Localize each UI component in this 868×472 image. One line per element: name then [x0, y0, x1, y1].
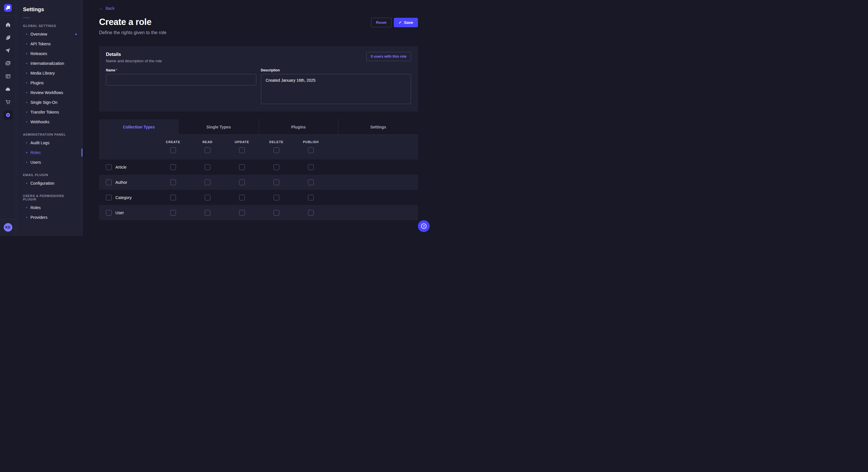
- sidebar-item-webhooks[interactable]: Webhooks: [16, 117, 82, 127]
- user-publish-checkbox[interactable]: [308, 210, 314, 216]
- select-all-delete-checkbox[interactable]: [274, 147, 279, 153]
- sidebar-item-overview[interactable]: Overview: [16, 29, 82, 39]
- sidebar-item-label: Roles: [30, 150, 41, 155]
- required-asterisk: *: [116, 68, 117, 72]
- article-read-checkbox[interactable]: [205, 164, 210, 170]
- author-create-checkbox[interactable]: [170, 179, 176, 185]
- select-all-read-checkbox[interactable]: [205, 147, 210, 153]
- select-all-update-checkbox[interactable]: [239, 147, 245, 153]
- sidebar-item-api-tokens[interactable]: API Tokens: [16, 39, 82, 49]
- sidebar-item-label: Webhooks: [30, 120, 50, 124]
- sidebar-images-button[interactable]: [3, 59, 12, 68]
- sidebar-item-review-workflows[interactable]: Review Workflows: [16, 88, 82, 98]
- user-row-checkbox[interactable]: [106, 210, 112, 216]
- article-row-checkbox[interactable]: [106, 164, 112, 170]
- author-read-checkbox[interactable]: [205, 179, 210, 185]
- bullet-icon: [26, 34, 27, 35]
- select-all-publish-checkbox[interactable]: [308, 147, 314, 153]
- category-row-checkbox[interactable]: [106, 195, 112, 200]
- tab-plugins[interactable]: Plugins: [259, 119, 338, 135]
- sidebar-item-label: Plugins: [30, 80, 43, 85]
- permission-cell: [259, 210, 293, 216]
- sidebar-item-media-library[interactable]: Media Library: [16, 68, 82, 78]
- nav-section-items: OverviewAPI TokensReleasesInternationali…: [16, 29, 82, 127]
- tab-single-types[interactable]: Single Types: [179, 119, 259, 135]
- permissions-header-name-cell: [99, 135, 156, 160]
- sidebar-item-roles[interactable]: Roles: [16, 148, 82, 158]
- description-input[interactable]: Created January 16th, 2025: [261, 74, 411, 104]
- column-label: READ: [203, 140, 212, 144]
- page-title: Create a role: [99, 17, 166, 27]
- sidebar-home-button[interactable]: [3, 20, 12, 29]
- permissions-header-update: UPDATE: [225, 135, 259, 160]
- permission-cell: [259, 164, 293, 170]
- author-delete-checkbox[interactable]: [274, 179, 279, 185]
- permission-cell: [293, 195, 328, 200]
- nav-section-title: GLOBAL SETTINGS: [16, 24, 82, 28]
- sidebar-divider: [0, 15, 16, 16]
- sidebar-item-single-sign-on[interactable]: Single Sign-On: [16, 98, 82, 107]
- article-delete-checkbox[interactable]: [274, 164, 279, 170]
- sidebar-paper-plane-button[interactable]: [3, 46, 12, 55]
- category-update-checkbox[interactable]: [239, 195, 245, 200]
- article-publish-checkbox[interactable]: [308, 164, 314, 170]
- permission-cell: [225, 179, 259, 185]
- back-link[interactable]: ← Back: [99, 6, 115, 11]
- sidebar-cloud-button[interactable]: [3, 85, 12, 94]
- bullet-icon: [26, 183, 27, 184]
- category-create-checkbox[interactable]: [170, 195, 176, 200]
- sidebar-layout-button[interactable]: [3, 72, 12, 81]
- permissions-header-delete: DELETE: [259, 135, 293, 160]
- content-type-label: Article: [115, 165, 127, 169]
- user-update-checkbox[interactable]: [239, 210, 245, 216]
- sidebar-item-configuration[interactable]: Configuration: [16, 178, 82, 188]
- article-create-checkbox[interactable]: [170, 164, 176, 170]
- users-with-role-button[interactable]: 0 users with this role: [366, 52, 411, 61]
- nav-section-title: EMAIL PLUGIN: [16, 173, 82, 177]
- sidebar-item-providers[interactable]: Providers: [16, 212, 82, 222]
- sidebar-feather-button[interactable]: [3, 33, 12, 42]
- back-arrow-icon: ←: [99, 6, 103, 10]
- sidebar-item-internationalization[interactable]: Internationalization: [16, 59, 82, 68]
- avatar[interactable]: KD: [4, 223, 12, 232]
- sidebar-item-audit-logs[interactable]: Audit Logs: [16, 138, 82, 148]
- category-publish-checkbox[interactable]: [308, 195, 314, 200]
- permissions-rows: ArticleAuthorCategoryUser: [99, 160, 418, 220]
- sidebar-item-label: Internationalization: [30, 61, 64, 66]
- permission-cell: [225, 195, 259, 200]
- sidebar-item-plugins[interactable]: Plugins: [16, 78, 82, 88]
- user-read-checkbox[interactable]: [205, 210, 210, 216]
- sidebar-item-label: Releases: [30, 51, 47, 56]
- sidebar-cart-button[interactable]: [3, 98, 12, 107]
- save-button[interactable]: ✓ Save: [394, 18, 418, 27]
- author-update-checkbox[interactable]: [239, 179, 245, 185]
- author-row-checkbox[interactable]: [106, 179, 112, 185]
- help-button[interactable]: ?: [418, 220, 430, 232]
- strapi-logo[interactable]: [4, 4, 12, 12]
- sidebar-item-releases[interactable]: Releases: [16, 49, 82, 59]
- nav-section-title: ADMINISTRATION PANEL: [16, 133, 82, 136]
- nav-section-email-plugin: EMAIL PLUGINConfiguration: [16, 173, 82, 188]
- sidebar-item-users[interactable]: Users: [16, 158, 82, 167]
- article-update-checkbox[interactable]: [239, 164, 245, 170]
- select-all-create-checkbox[interactable]: [170, 147, 176, 153]
- user-delete-checkbox[interactable]: [274, 210, 279, 216]
- subnav-header: Settings: [16, 0, 82, 18]
- main-nav: [3, 20, 12, 120]
- sidebar-item-label: Users: [30, 160, 41, 165]
- sidebar-item-transfer-tokens[interactable]: Transfer Tokens: [16, 107, 82, 117]
- bullet-icon: [26, 53, 27, 54]
- sidebar-gear-button[interactable]: [3, 110, 12, 120]
- active-indicator: [82, 148, 82, 157]
- author-publish-checkbox[interactable]: [308, 179, 314, 185]
- category-delete-checkbox[interactable]: [274, 195, 279, 200]
- category-read-checkbox[interactable]: [205, 195, 210, 200]
- tab-settings[interactable]: Settings: [338, 119, 418, 135]
- bullet-icon: [26, 121, 27, 123]
- user-create-checkbox[interactable]: [170, 210, 176, 216]
- tab-collection-types[interactable]: Collection Types: [99, 119, 179, 135]
- name-input[interactable]: [106, 74, 256, 86]
- sidebar-item-roles[interactable]: Roles: [16, 203, 82, 212]
- reset-button[interactable]: Reset: [371, 18, 392, 27]
- header-actions: Reset ✓ Save: [371, 18, 418, 27]
